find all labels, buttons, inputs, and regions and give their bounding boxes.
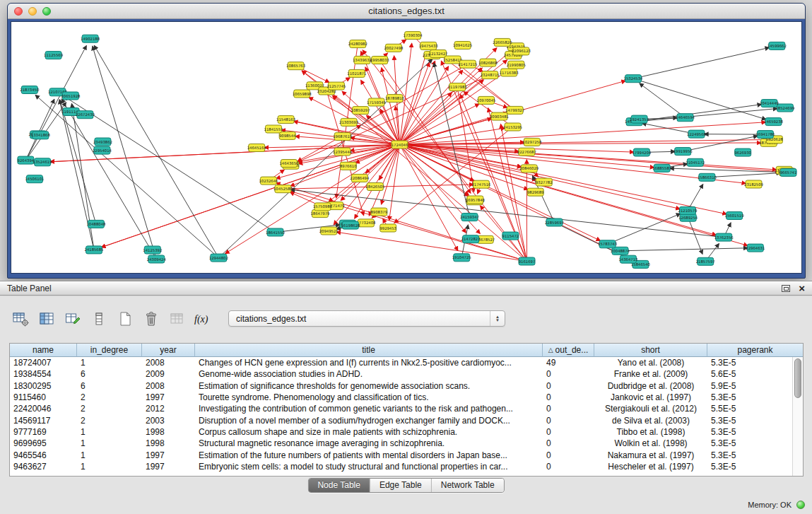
import-table-icon[interactable] <box>167 309 188 328</box>
graph-node[interactable]: 17390304 <box>404 32 423 40</box>
graph-node[interactable]: 24185685 <box>85 246 104 254</box>
graph-node[interactable]: 22954014 <box>93 146 112 154</box>
graph-node[interactable]: 24309424 <box>147 255 167 263</box>
graph-node[interactable]: 24159347 <box>460 214 479 221</box>
float-panel-icon[interactable] <box>782 285 790 292</box>
graph-node[interactable]: 22276687 <box>517 148 536 156</box>
graph-node[interactable]: 10659898 <box>293 90 312 98</box>
graph-node[interactable]: 17159345 <box>367 98 386 106</box>
close-window-button[interactable] <box>14 7 23 16</box>
graph-node[interactable]: 21472827 <box>461 235 481 243</box>
graph-node[interactable]: 12944802 <box>209 254 228 262</box>
graph-node[interactable]: 16198628 <box>341 221 360 229</box>
graph-node[interactable]: 18426505 <box>365 183 384 191</box>
graph-node[interactable]: 12249568 <box>687 130 707 138</box>
graph-node[interactable]: 10232646 <box>259 177 278 185</box>
graph-node[interactable]: 19104725 <box>452 254 471 262</box>
graph-node[interactable]: 10826868 <box>478 59 498 66</box>
table-row[interactable]: 1938455462009Genome-wide association stu… <box>10 368 792 380</box>
graph-node[interactable]: 19919956 <box>673 148 693 156</box>
table-row[interactable]: 969969511998Structural magnetic resonanc… <box>10 438 792 449</box>
graph-node[interactable]: 9115472 <box>502 232 519 240</box>
table-row[interactable]: 977716911998Corpus callosum shape and si… <box>10 426 792 438</box>
graph-node[interactable]: 23493862 <box>93 138 112 146</box>
graph-node[interactable]: 8908379 <box>371 208 388 216</box>
graph-node[interactable]: 9829689 <box>527 188 544 196</box>
column-header-out_de[interactable]: △out_de... <box>543 344 594 357</box>
graph-node[interactable]: 9098544 <box>279 132 296 139</box>
table-row[interactable]: 911546021997Tourette syndrome. Phenomeno… <box>10 392 792 403</box>
graph-node[interactable]: 24280982 <box>348 40 367 48</box>
column-visibility-icon[interactable] <box>36 309 57 328</box>
graph-node[interactable]: 10488048 <box>86 220 106 228</box>
minimize-window-button[interactable] <box>28 7 37 16</box>
table-vertical-scrollbar[interactable] <box>792 357 803 476</box>
graph-node[interactable]: 19687619 <box>333 133 352 141</box>
graph-node[interactable]: 9929453 <box>379 224 396 232</box>
graph-node[interactable]: 15783743 <box>598 240 617 248</box>
graph-node[interactable]: 16941786 <box>755 131 775 139</box>
graph-node[interactable]: 21417215 <box>458 60 477 68</box>
graph-node[interactable]: 9264394 <box>18 156 35 164</box>
graph-node[interactable]: 22665820 <box>493 38 512 46</box>
graph-node[interactable]: 21857597 <box>696 257 715 265</box>
scrollbar-thumb[interactable] <box>794 358 801 398</box>
table-row[interactable]: 946554611997Estimation of the future num… <box>10 449 792 460</box>
graph-node[interactable]: 21257745 <box>326 82 346 90</box>
graph-node[interactable]: 14902188 <box>81 35 100 42</box>
column-header-short[interactable]: short <box>594 344 707 357</box>
tab-network-table[interactable]: Network Table <box>431 479 504 492</box>
graph-node[interactable]: 14659238 <box>764 118 784 126</box>
graph-node[interactable]: 13439632 <box>353 56 372 64</box>
graph-node[interactable]: 11548163 <box>276 116 295 124</box>
table-row[interactable]: 946362711997Embryonic stem cells: a mode… <box>10 461 792 472</box>
graph-node[interactable]: 14646594 <box>676 114 695 122</box>
graph-node[interactable]: 15866310 <box>698 173 717 181</box>
graph-node[interactable]: 20949521 <box>319 227 339 235</box>
graph-node[interactable]: 11125569 <box>44 52 63 59</box>
graph-node[interactable]: 18789810 <box>385 95 405 103</box>
graph-node[interactable]: 12395444 <box>333 148 353 156</box>
delete-trash-icon[interactable] <box>141 309 162 328</box>
graph-node[interactable]: 21303693 <box>339 118 358 126</box>
column-header-name[interactable]: name <box>10 344 77 357</box>
graph-node[interactable]: 14125392 <box>143 246 162 254</box>
graph-node[interactable]: 21747516 <box>471 180 491 188</box>
graph-node[interactable]: 22672439 <box>76 111 95 119</box>
graph-node[interactable]: 13762356 <box>714 233 734 241</box>
window-titlebar[interactable]: citations_edges.txt <box>8 4 805 19</box>
graph-node[interactable]: 20903481 <box>490 112 509 120</box>
graph-node[interactable]: 1724046 <box>392 141 408 148</box>
graph-node[interactable]: 24153295 <box>503 123 522 131</box>
graph-node[interactable]: 19958033 <box>370 57 389 64</box>
graph-node[interactable]: 10297258 <box>522 138 542 146</box>
graph-node[interactable]: 21873450 <box>20 86 40 94</box>
graph-node[interactable]: 20846029 <box>519 165 539 173</box>
graph-node[interactable]: 20027498 <box>384 44 404 52</box>
table-row[interactable]: 1872400712008Changes of HCN gene express… <box>10 357 792 368</box>
graph-node[interactable]: 10859297 <box>351 107 370 115</box>
graph-node[interactable]: 9665741 <box>780 168 797 176</box>
graph-node[interactable]: 14643656 <box>279 160 299 168</box>
graph-node[interactable]: 14599662 <box>767 42 787 49</box>
graph-node[interactable]: 9626930 <box>734 148 751 156</box>
graph-node[interactable]: 21045172 <box>686 158 705 166</box>
create-column-icon[interactable] <box>114 309 136 328</box>
graph-node[interactable]: 19241357 <box>630 115 649 123</box>
graph-node[interactable]: 18641550 <box>266 228 286 236</box>
zoom-window-button[interactable] <box>42 7 51 16</box>
graph-node[interactable]: 10941625 <box>453 42 472 49</box>
close-panel-icon[interactable]: × <box>799 284 805 293</box>
graph-node[interactable]: 10452580 <box>273 185 293 193</box>
graph-node[interactable]: 19475433 <box>419 42 438 49</box>
network-graph-canvas[interactable]: 9929453890837917732408209495211777147918… <box>11 22 802 274</box>
graph-node[interactable]: 23248715 <box>481 71 500 79</box>
graph-node[interactable]: 23182509 <box>744 180 763 188</box>
graph-node[interactable]: 10865763 <box>286 62 305 70</box>
graph-node[interactable]: 22086494 <box>350 174 370 182</box>
table-source-dropdown[interactable]: citations_edges.txt ▲▼ <box>228 310 505 327</box>
graph-node[interactable]: 16885587 <box>652 164 671 172</box>
graph-node[interactable]: 22964631 <box>746 244 765 252</box>
tab-edge-table[interactable]: Edge Table <box>370 479 431 492</box>
graph-node[interactable]: 16957840 <box>466 196 486 204</box>
